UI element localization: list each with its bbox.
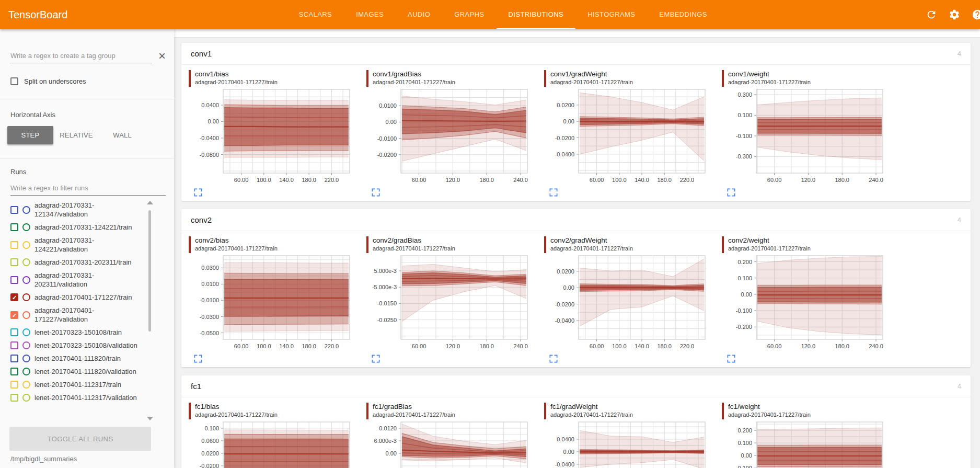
section-header[interactable]: fc14 [181,375,971,397]
run-checkbox[interactable]: ✓ [10,311,18,319]
svg-text:-0.0200: -0.0200 [377,152,397,158]
svg-text:0.300: 0.300 [737,92,752,98]
section-header[interactable]: conv14 [181,43,971,65]
run-item[interactable]: lenet-20170323-150108/train [10,326,147,339]
run-radio[interactable] [22,223,30,231]
distribution-plot[interactable]: 0.02000.00-0.0200-0.040060.00100.0140.01… [542,253,710,352]
expand-icon[interactable] [371,187,381,198]
run-item[interactable]: ✓adagrad-20170401-171227/train [10,291,147,304]
distribution-plot[interactable]: 0.01000.00-0.0100-0.020060.00120.0180.02… [364,87,533,186]
tab-distributions[interactable]: DISTRIBUTIONS [497,0,576,29]
section-header[interactable]: conv24 [181,209,971,231]
svg-text:140.0: 140.0 [635,177,649,183]
run-checkbox[interactable] [10,223,18,231]
svg-text:0.0400: 0.0400 [201,102,219,108]
expand-icon[interactable] [371,353,381,364]
toggle-all-runs-button[interactable]: TOGGLE ALL RUNS [9,427,151,451]
svg-text:180.0: 180.0 [302,177,316,183]
expand-icon[interactable] [193,353,203,364]
run-checkbox[interactable] [10,341,18,349]
runs-filter-input[interactable] [10,181,166,196]
distribution-plot[interactable]: 0.01206.000e-30.0060.00120.0180.0240.0 [364,419,533,468]
help-icon[interactable] [972,9,980,20]
run-checkbox[interactable]: ✓ [10,293,18,301]
run-item[interactable]: adagrad-20170331-202311/validation [10,269,147,291]
distribution-plot[interactable]: 0.1000.06000.0200-0.020060.00100.0140.01… [187,419,355,468]
run-radio[interactable] [22,381,30,389]
run-radio[interactable] [22,276,30,284]
tab-graphs[interactable]: GRAPHS [442,0,496,29]
tab-histograms[interactable]: HISTOGRAMS [575,0,647,29]
run-radio[interactable] [22,293,30,301]
run-radio[interactable] [22,394,30,402]
run-item[interactable]: adagrad-20170331-121347/validation [10,199,147,221]
distribution-plot[interactable]: 5.000e-3-5.000e-3-0.0150-0.025060.00120.… [364,253,533,352]
run-radio[interactable] [22,206,30,214]
settings-icon[interactable] [949,9,960,20]
chart-fc1-gradBias: fc1/gradBiasadagrad-20170401-171227/trai… [364,401,542,468]
run-item[interactable]: lenet-20170323-150108/validation [10,339,147,352]
run-radio[interactable] [22,311,30,319]
scroll-down-icon[interactable] [147,417,153,420]
axis-option-relative[interactable]: RELATIVE [53,126,99,144]
close-icon[interactable]: × [158,50,166,62]
run-item[interactable]: adagrad-20170331-124221/validation [10,234,147,256]
tab-scalars[interactable]: SCALARS [287,0,344,29]
run-checkbox[interactable] [10,276,18,284]
distribution-plot[interactable]: 0.03000.0100-0.0100-0.0300-0.050060.0010… [187,253,355,352]
chart-accent-bar [722,236,724,253]
svg-text:-0.0200: -0.0200 [200,463,219,468]
chart-run-label: adagrad-20170401-171227/train [373,78,455,86]
runs-scrollbar-thumb[interactable] [148,210,151,332]
run-radio[interactable] [22,368,30,375]
distribution-plot[interactable]: 0.2000.1000.00-0.100-0.20060.00120.0180.… [720,253,888,352]
split-on-underscores-checkbox[interactable]: Split on underscores [10,77,164,85]
run-checkbox[interactable] [10,394,18,402]
svg-text:0.00: 0.00 [741,452,752,459]
run-checkbox[interactable] [10,241,18,249]
distribution-plot[interactable]: 0.2000.1000.00-0.10060.00120.0180.0240.0 [720,419,888,468]
tag-section-conv2: conv24conv2/biasadagrad-20170401-171227/… [181,209,971,367]
tab-audio[interactable]: AUDIO [396,0,442,29]
axis-option-wall[interactable]: WALL [99,126,145,144]
axis-option-step[interactable]: STEP [7,126,53,144]
main-content: conv14conv1/biasadagrad-20170401-171227/… [174,29,980,468]
refresh-icon[interactable] [926,9,937,20]
run-checkbox[interactable] [10,355,18,362]
run-radio[interactable] [22,355,30,362]
chart-title-text: fc1/biasadagrad-20170401-171227/train [195,403,278,419]
run-item[interactable]: ✓adagrad-20170401-171227/validation [10,304,147,326]
run-radio[interactable] [22,328,30,336]
distribution-plot[interactable]: 0.02000.00-0.0200-0.040060.00100.0140.01… [542,87,710,186]
distribution-plot[interactable]: 0.04000.00-0.040060.00100.0140.0180.0220… [542,419,710,468]
run-radio[interactable] [22,258,30,266]
run-radio[interactable] [22,241,30,249]
run-item[interactable]: lenet-20170401-112317/validation [10,391,147,404]
run-item[interactable]: lenet-20170401-111820/validation [10,365,147,378]
run-radio[interactable] [22,341,30,349]
run-checkbox[interactable] [10,258,18,266]
run-item[interactable]: lenet-20170401-111820/train [10,352,147,365]
run-checkbox[interactable] [10,381,18,389]
run-label: adagrad-20170401-171227/train [34,293,132,302]
chart-title-text: conv1/weightadagrad-20170401-171227/trai… [728,70,811,87]
run-item[interactable]: adagrad-20170331-202311/train [10,256,147,269]
tab-images[interactable]: IMAGES [344,0,396,29]
scroll-up-icon[interactable] [147,201,153,204]
tab-embeddings[interactable]: EMBEDDINGS [647,0,719,29]
distribution-plot[interactable]: 0.04000.00-0.0400-0.080060.00100.0140.01… [187,87,355,186]
svg-text:0.100: 0.100 [737,440,752,446]
distribution-plot[interactable]: 0.3000.100-0.100-0.30060.00120.0180.0240… [720,87,888,186]
run-checkbox[interactable] [10,206,18,214]
expand-icon[interactable] [548,353,559,364]
expand-icon[interactable] [548,187,559,198]
run-checkbox[interactable] [10,368,18,375]
run-item[interactable]: adagrad-20170331-124221/train [10,221,147,234]
expand-icon[interactable] [726,353,736,364]
expand-icon[interactable] [193,187,203,198]
checkbox-box-icon[interactable] [10,77,18,85]
expand-icon[interactable] [726,187,736,198]
run-item[interactable]: lenet-20170401-112317/train [10,378,147,391]
tag-filter-input[interactable] [10,49,152,63]
run-checkbox[interactable] [10,328,18,336]
